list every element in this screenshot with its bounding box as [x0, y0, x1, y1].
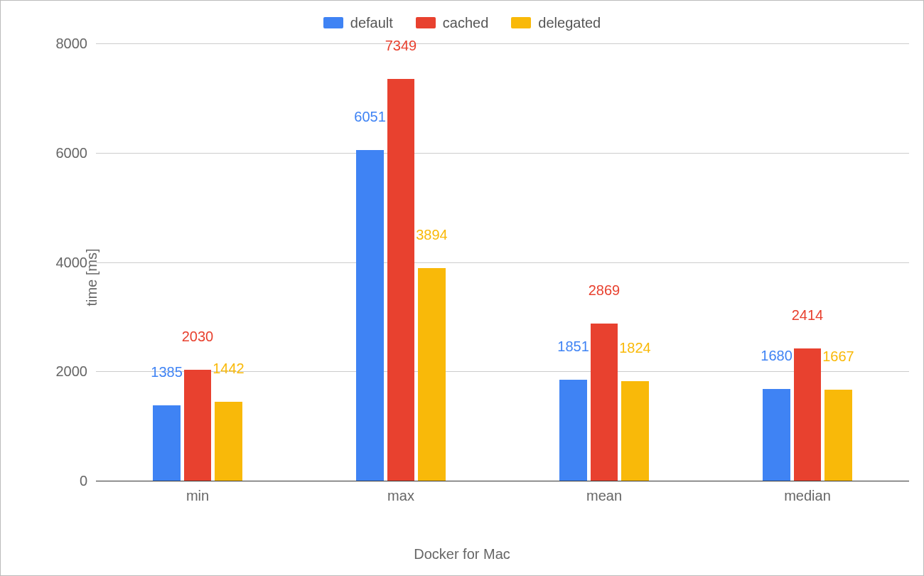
- y-tick-label: 0: [80, 473, 96, 489]
- bar-default-max: [356, 150, 384, 481]
- plot-area: time [ms] 02000400060008000min1385203014…: [50, 43, 909, 511]
- bar-cached-median: [794, 348, 822, 481]
- bar-delegated-mean: [621, 381, 649, 481]
- x-tick-label: mean: [586, 481, 622, 504]
- data-label: 1667: [822, 348, 854, 369]
- legend: default cached delegated: [9, 6, 915, 39]
- y-tick-label: 6000: [56, 144, 97, 161]
- swatch-cached: [416, 17, 436, 28]
- gridline: [96, 262, 909, 263]
- bar-default-median: [763, 389, 790, 481]
- data-label: 1385: [151, 364, 183, 385]
- legend-item-delegated: delegated: [511, 15, 601, 31]
- data-label: 1680: [761, 348, 793, 368]
- swatch-delegated: [511, 17, 531, 28]
- plot-canvas: 02000400060008000min138520301442max60517…: [96, 43, 909, 481]
- gridline: [96, 153, 909, 154]
- bar-delegated-min: [215, 402, 242, 481]
- data-label: 1824: [619, 340, 651, 361]
- data-label: 1442: [213, 361, 245, 381]
- gridline: [96, 43, 909, 44]
- bar-cached-mean: [591, 324, 618, 481]
- bar-delegated-median: [824, 390, 852, 481]
- data-label: 6051: [354, 109, 386, 129]
- legend-item-default: default: [323, 15, 393, 31]
- legend-label-default: default: [350, 15, 393, 31]
- data-label: 2414: [792, 307, 824, 328]
- data-label: 1851: [557, 338, 589, 359]
- bar-default-mean: [559, 380, 587, 481]
- x-tick-label: max: [387, 481, 414, 504]
- x-axis-label: Docker for Mac: [1, 546, 923, 562]
- bar-cached-max: [387, 79, 415, 481]
- data-label: 7349: [385, 38, 417, 58]
- legend-label-cached: cached: [443, 15, 489, 31]
- data-label: 3894: [416, 227, 448, 247]
- bar-default-min: [153, 405, 181, 481]
- y-tick-label: 4000: [56, 254, 97, 270]
- legend-item-cached: cached: [416, 15, 489, 31]
- bar-cached-min: [184, 370, 212, 481]
- chart-frame: default cached delegated time [ms] 02000…: [0, 0, 924, 576]
- y-tick-label: 8000: [56, 36, 97, 52]
- x-tick-label: median: [784, 481, 831, 504]
- legend-label-delegated: delegated: [538, 15, 601, 31]
- bar-delegated-max: [418, 268, 446, 481]
- x-tick-label: min: [186, 481, 209, 504]
- data-label: 2030: [182, 329, 214, 349]
- data-label: 2869: [589, 282, 621, 303]
- swatch-default: [323, 17, 343, 28]
- y-tick-label: 2000: [56, 363, 97, 380]
